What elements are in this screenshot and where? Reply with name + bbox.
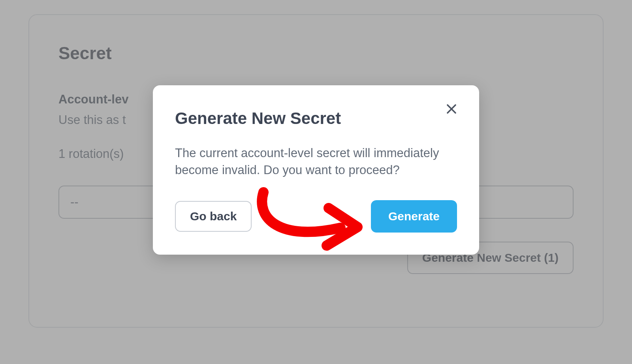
close-icon xyxy=(446,103,457,116)
modal-body-text: The current account-level secret will im… xyxy=(175,144,457,179)
generate-secret-modal: Generate New Secret The current account-… xyxy=(153,85,479,255)
modal-title: Generate New Secret xyxy=(175,109,457,128)
modal-overlay[interactable]: Generate New Secret The current account-… xyxy=(0,0,632,364)
modal-actions: Go back Generate xyxy=(175,200,457,233)
generate-button[interactable]: Generate xyxy=(371,200,457,233)
go-back-button[interactable]: Go back xyxy=(175,201,252,232)
close-button[interactable] xyxy=(444,102,459,118)
